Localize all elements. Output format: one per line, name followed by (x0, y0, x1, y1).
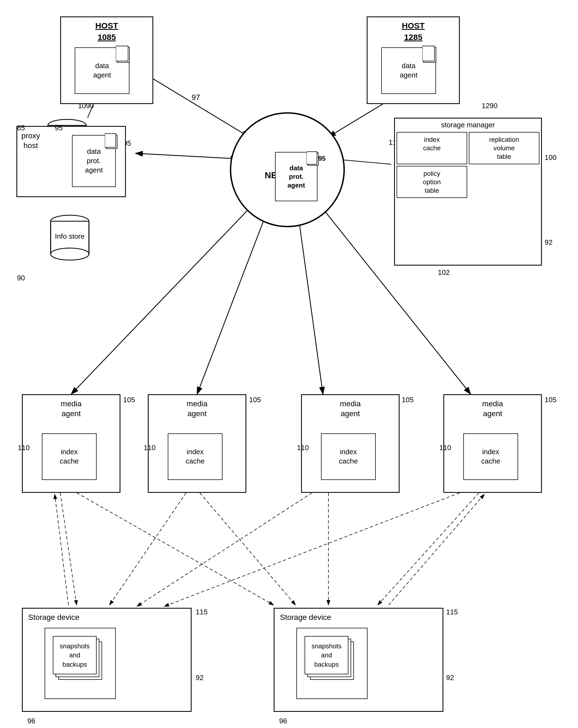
label-sd1-92: 92 (196, 674, 204, 682)
label-ma4-105: 105 (545, 396, 556, 404)
label-ma1-110: 110 (18, 444, 30, 452)
svg-line-7 (135, 153, 238, 159)
svg-line-15 (109, 493, 186, 605)
network-circle: 70NETWORK dataprot.agent 95 (230, 112, 345, 227)
media-agent-2: mediaagent indexcache (148, 394, 246, 493)
label-ma3-105: 105 (402, 396, 414, 404)
svg-line-14 (77, 493, 274, 605)
diagram: 97 97 1090 1290 110 95 95 HOST 1085 data… (0, 0, 578, 728)
host-1285-agent-label: dataagent (399, 61, 417, 80)
svg-line-16 (200, 493, 295, 605)
ma1-cache: indexcache (42, 434, 97, 480)
label-92-sm: 92 (545, 238, 553, 247)
ma2-label: mediaagent (187, 399, 207, 418)
replication-volume-cell: replicationvolumetable (469, 132, 540, 164)
svg-line-4 (145, 74, 249, 137)
data-prot-agent-net-label: dataprot.agent (287, 164, 305, 189)
host-1285-number: 1285 (368, 31, 459, 43)
svg-line-22 (389, 494, 484, 605)
ma4-cache-label: indexcache (481, 447, 500, 466)
pages-icon-1285 (422, 45, 439, 64)
host-1085-box: HOST 1085 dataagent (60, 17, 153, 104)
proxy-host-box: proxyhost dataprot.agent (17, 126, 126, 197)
media-agent-3: mediaagent indexcache (301, 394, 399, 493)
svg-line-8 (71, 192, 265, 394)
storage-manager-box: storage manager indexcache replicationvo… (394, 118, 542, 266)
storage-manager-title: storage manager (398, 121, 538, 129)
svg-text:Info store: Info store (55, 232, 84, 240)
label-sd1-115: 115 (196, 608, 207, 616)
pages-icon-proxy (105, 132, 121, 151)
label-95-proxy: 95 (55, 124, 63, 132)
host-1085-agent-label: dataagent (93, 61, 111, 80)
label-95-net: 95 (318, 155, 326, 162)
proxy-host-label: proxyhost (21, 131, 40, 150)
svg-line-13 (60, 493, 77, 605)
host-1285-box: HOST 1285 dataagent (367, 17, 460, 104)
policy-option-cell: policyoptiontable (397, 166, 467, 198)
ma2-cache: indexcache (168, 434, 222, 480)
data-prot-agent-label: dataprot.agent (85, 147, 103, 175)
svg-line-20 (378, 493, 479, 605)
svg-line-9 (197, 194, 274, 394)
svg-rect-32 (116, 46, 128, 61)
label-85: 85 (17, 124, 25, 132)
label-sd2-96: 96 (279, 717, 287, 725)
label-102: 102 (438, 268, 450, 277)
svg-rect-58 (307, 152, 317, 164)
svg-line-19 (164, 493, 460, 606)
label-sd2-115: 115 (446, 608, 458, 616)
ma4-label: mediaagent (482, 399, 503, 418)
cylinder-svg-proxy: Info store (48, 213, 92, 263)
ma3-label: mediaagent (340, 399, 361, 418)
svg-text:97: 97 (191, 93, 200, 102)
sd1-label: Storage device (28, 613, 79, 622)
label-ma2-110: 110 (144, 444, 155, 452)
svg-line-17 (137, 493, 312, 606)
ma1-label: mediaagent (61, 399, 82, 418)
label-ma4-110: 110 (439, 444, 451, 452)
index-cache-cell: indexcache (397, 132, 467, 164)
svg-text:1290: 1290 (482, 102, 498, 110)
svg-line-21 (55, 494, 69, 605)
storage-device-1: Storage device snapshotsandbackups (22, 608, 191, 712)
ma2-cache-label: indexcache (186, 447, 205, 466)
label-ma3-110: 110 (297, 444, 309, 452)
host-1285-title: HOST (368, 20, 459, 31)
sd1-snapshots-label: snapshotsandbackups (60, 642, 89, 669)
svg-point-53 (51, 248, 89, 260)
label-ma1-105: 105 (123, 396, 135, 404)
ma1-cache-label: indexcache (60, 447, 79, 466)
svg-rect-50 (105, 134, 116, 147)
sd2-label: Storage device (280, 613, 331, 622)
ma4-cache: indexcache (463, 434, 518, 480)
label-100: 100 (545, 153, 556, 162)
host-1085-number: 1085 (61, 31, 153, 43)
pages-icon-1085 (116, 45, 132, 64)
label-ma2-105: 105 (249, 396, 261, 404)
label-sd2-92: 92 (446, 674, 454, 682)
storage-device-2: Storage device snapshotsandbackups (274, 608, 443, 712)
media-agent-1: mediaagent indexcache (22, 394, 121, 493)
label-sd1-96: 96 (27, 717, 35, 725)
ma3-cache-label: indexcache (339, 447, 358, 466)
sd2-snapshots-label: snapshotsandbackups (311, 642, 341, 669)
storage-manager-grid: indexcache replicationvolumetable policy… (395, 130, 541, 200)
ma3-cache: indexcache (321, 434, 376, 480)
media-agent-4: mediaagent indexcache (443, 394, 542, 493)
info-store-proxy: Info store (48, 213, 92, 263)
svg-rect-34 (422, 46, 435, 61)
label-90: 90 (17, 274, 25, 282)
host-1085-title: HOST (61, 20, 153, 31)
